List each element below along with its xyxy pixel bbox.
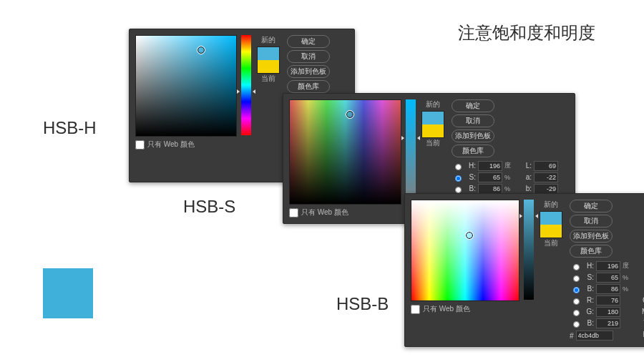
color-field-h[interactable] — [135, 35, 237, 137]
web-only-label: 只有 Web 颜色 — [147, 140, 195, 150]
swatch-pair — [421, 111, 444, 138]
cancel-button[interactable]: 取消 — [452, 114, 494, 127]
color-cursor[interactable] — [466, 232, 473, 239]
add-swatch-button[interactable]: 添加到色板 — [452, 129, 494, 142]
web-only-checkbox[interactable] — [135, 140, 145, 150]
add-swatch-button[interactable]: 添加到色板 — [570, 230, 613, 243]
input-s[interactable] — [478, 172, 502, 182]
input-b[interactable] — [596, 284, 620, 294]
sat-strip[interactable] — [406, 99, 416, 203]
radio-r[interactable] — [573, 298, 580, 305]
result-swatch — [43, 268, 93, 318]
current-label: 当前 — [544, 238, 558, 248]
swatch-new[interactable] — [422, 112, 444, 124]
swatch-new[interactable] — [258, 47, 279, 60]
current-label: 当前 — [261, 74, 275, 84]
web-only-checkbox[interactable] — [289, 208, 298, 217]
label-hsb-b: HSB-B — [336, 294, 389, 314]
color-lib-button[interactable]: 颜色库 — [570, 245, 613, 258]
color-cursor[interactable] — [346, 111, 353, 118]
swatch-current[interactable] — [540, 225, 562, 238]
input-bv[interactable] — [596, 318, 620, 328]
swatch-current[interactable] — [422, 124, 444, 137]
input-r[interactable] — [596, 295, 620, 305]
radio-g[interactable] — [573, 310, 580, 316]
input-b[interactable] — [478, 184, 502, 194]
color-field-s[interactable] — [289, 99, 401, 205]
radio-s[interactable] — [573, 275, 580, 282]
new-label: 新的 — [426, 99, 440, 109]
color-field-b[interactable] — [411, 200, 519, 301]
input-h[interactable] — [596, 261, 620, 271]
web-only-row[interactable]: 只有 Web 颜色 — [289, 207, 401, 217]
color-lib-button[interactable]: 颜色库 — [452, 145, 494, 157]
label-hsb-s: HSB-S — [183, 197, 235, 217]
hue-marker[interactable] — [238, 89, 254, 94]
input-l[interactable] — [534, 161, 558, 171]
input-h[interactable] — [478, 161, 502, 171]
ok-button[interactable]: 确定 — [570, 200, 613, 212]
web-only-checkbox[interactable] — [411, 305, 420, 314]
add-swatch-button[interactable]: 添加到色板 — [287, 65, 330, 78]
color-picker-b: 只有 Web 颜色 新的 当前 确定 取消 添加到色板 颜色库 H:度 S:% … — [404, 193, 644, 347]
color-lib-button[interactable]: 颜色库 — [287, 80, 330, 93]
web-only-label: 只有 Web 颜色 — [301, 207, 348, 217]
bri-strip[interactable] — [524, 200, 534, 300]
cancel-button[interactable]: 取消 — [287, 50, 330, 63]
radio-b[interactable] — [573, 287, 580, 293]
web-only-row[interactable]: 只有 Web 颜色 — [135, 140, 237, 150]
ok-button[interactable]: 确定 — [452, 99, 494, 112]
input-bb[interactable] — [534, 184, 558, 194]
radio-b[interactable] — [455, 187, 462, 193]
strip-marker[interactable] — [521, 214, 537, 218]
input-s[interactable] — [596, 273, 620, 283]
label-hsb-h: HSB-H — [43, 118, 97, 138]
page-heading: 注意饱和度和明度 — [458, 21, 595, 44]
radio-bv[interactable] — [573, 321, 580, 328]
swatch-current[interactable] — [258, 60, 279, 73]
new-label: 新的 — [261, 35, 275, 45]
input-a[interactable] — [534, 172, 558, 182]
swatch-pair — [257, 47, 280, 74]
radio-s[interactable] — [455, 175, 462, 182]
new-label: 新的 — [544, 200, 558, 210]
strip-marker[interactable] — [403, 136, 419, 140]
cancel-button[interactable]: 取消 — [570, 215, 613, 228]
web-only-label: 只有 Web 颜色 — [423, 304, 470, 314]
hue-strip[interactable] — [241, 35, 251, 135]
ok-button[interactable]: 确定 — [287, 35, 330, 48]
input-hex[interactable] — [576, 331, 613, 341]
radio-h[interactable] — [573, 264, 580, 270]
web-only-row[interactable]: 只有 Web 颜色 — [411, 304, 519, 314]
swatch-new[interactable] — [540, 212, 562, 225]
input-g[interactable] — [596, 307, 620, 317]
color-cursor[interactable] — [197, 47, 205, 54]
current-label: 当前 — [426, 138, 440, 148]
radio-h[interactable] — [455, 164, 462, 170]
swatch-pair — [540, 211, 562, 238]
